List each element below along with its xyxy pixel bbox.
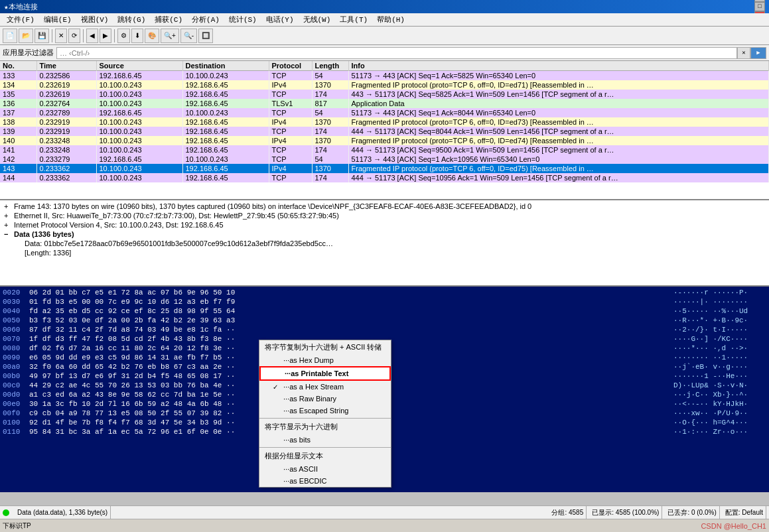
hex-addr: 0090 (3, 353, 27, 362)
detail-line[interactable]: [Length: 1336] (1, 248, 768, 257)
menu-capture[interactable]: 捕获(C) (151, 14, 186, 25)
window-title: ★本地连接 (4, 2, 38, 12)
hex-row[interactable]: 002006 2d 01 bb c7 e5 e1 72 8a ac 07 b6 … (3, 288, 766, 297)
packet-table: No. Time Source Destination Protocol Len… (0, 61, 769, 182)
ctx-as-bits[interactable]: ···as bits (259, 434, 391, 446)
table-row[interactable]: 1430.23336210.100.0.243192.168.6.45IPv41… (0, 164, 769, 173)
table-row[interactable]: 1340.23261910.100.0.243192.168.6.45IPv41… (0, 80, 769, 90)
toolbar-normal[interactable]: 🔲 (198, 29, 213, 43)
toolbar-open[interactable]: 📂 (19, 29, 33, 43)
ctx-as-ebcdic[interactable]: ···as EBCDIC (259, 475, 391, 487)
toolbar-close[interactable]: ✕ (55, 29, 67, 43)
detail-line[interactable]: − Data (1336 bytes) (1, 230, 768, 239)
maximize-button[interactable]: □ (754, 2, 765, 11)
menu-edit[interactable]: 编辑(E) (40, 14, 76, 25)
menu-file[interactable]: 文件(F) (3, 14, 38, 25)
filter-apply-button[interactable]: ▶ (750, 47, 766, 59)
menu-wireless[interactable]: 无线(W) (299, 14, 335, 25)
toolbar-sep-1 (52, 29, 52, 42)
hex-addr: 00d0 (3, 390, 27, 399)
ctx-escaped-string[interactable]: ···as Escaped String (259, 405, 391, 417)
ctx-hex-stream[interactable]: ✓ ···as a Hex Stream (259, 381, 391, 393)
table-row[interactable]: 1440.23336210.100.0.243192.168.6.45TCP17… (0, 173, 769, 182)
table-row[interactable]: 1410.23324810.100.0.243192.168.6.45TCP17… (0, 145, 769, 155)
filter-input[interactable] (56, 47, 737, 59)
status-bar: Data (data.data), 1,336 byte(s) 分组: 4585… (0, 505, 769, 519)
hex-addr: 0060 (3, 325, 27, 334)
hex-addr: 0030 (3, 297, 27, 306)
table-row[interactable]: 1390.23291910.100.0.243192.168.6.45TCP17… (0, 127, 769, 136)
hex-addr: 0080 (3, 344, 27, 353)
table-row[interactable]: 1370.232789192.168.6.4510.100.0.243TCP54… (0, 108, 769, 117)
table-row[interactable]: 1380.23291910.100.0.243192.168.6.45IPv41… (0, 117, 769, 127)
toolbar-zoom-out[interactable]: 🔍- (180, 29, 197, 43)
ctx-printable-text[interactable]: ···as Printable Text (259, 366, 391, 381)
hex-ascii: ··O·{··· h=G^4··· (673, 418, 766, 427)
detail-line[interactable]: + Ethernet II, Src: HuaweiTe_b7:73:00 (7… (1, 211, 768, 220)
packet-list[interactable]: No. Time Source Destination Protocol Len… (0, 61, 769, 200)
table-row[interactable]: 1400.23324810.100.0.243192.168.6.45IPv41… (0, 136, 769, 145)
toolbar-autoscroll[interactable]: ⬇ (131, 29, 143, 43)
packet-detail[interactable]: + Frame 143: 1370 bytes on wire (10960 b… (0, 200, 769, 287)
menu-go[interactable]: 跳转(G) (113, 14, 149, 25)
status-bar-bottom: 下标识TP CSDN @Hello_CH1 (0, 519, 769, 532)
menu-phone[interactable]: 电话(Y) (262, 14, 298, 25)
ctx-group-label-2: 将字节显示为十六进制 (259, 420, 391, 434)
table-row[interactable]: 1330.232586192.168.6.4510.100.0.243TCP54… (0, 71, 769, 81)
hex-addr: 0050 (3, 316, 27, 325)
detail-line[interactable]: + Internet Protocol Version 4, Src: 10.1… (1, 220, 768, 230)
menu-view[interactable]: 视图(V) (77, 14, 113, 25)
status-profile: 配置: Default (723, 506, 766, 519)
col-info: Info (348, 61, 769, 71)
toolbar-zoom-in[interactable]: 🔍+ (161, 29, 179, 43)
menu-help[interactable]: 帮助(H) (373, 14, 409, 25)
col-no: No. (0, 61, 36, 71)
toolbar-filter[interactable]: ⚙ (117, 29, 130, 43)
toolbar-new[interactable]: 📄 (3, 29, 17, 43)
toolbar-colorize[interactable]: 🎨 (145, 29, 159, 43)
title-bar: ★本地连接 _ □ ✕ (0, 0, 769, 13)
ctx-hex-dump[interactable]: ···as Hex Dump (259, 354, 391, 366)
col-dest: Destination (182, 61, 269, 71)
hex-row[interactable]: 0040fd a2 35 eb d5 cc 92 ce ef 8c 25 d8 … (3, 306, 766, 316)
detail-line[interactable]: + Frame 143: 1370 bytes on wire (10960 b… (1, 202, 768, 211)
hex-ascii: ···j·C·· Xb·}··^· (673, 390, 766, 399)
table-row[interactable]: 1350.23261910.100.0.243192.168.6.45TCP17… (0, 90, 769, 99)
hex-row[interactable]: 006087 df 32 11 c4 2f 7d a8 74 03 49 be … (3, 325, 766, 334)
toolbar-reload[interactable]: ⟳ (68, 29, 80, 43)
ctx-raw-binary[interactable]: ···as Raw Binary (259, 393, 391, 405)
hex-addr: 00e0 (3, 399, 27, 409)
table-row[interactable]: 1360.23276410.100.0.243192.168.6.45TLSv1… (0, 99, 769, 108)
hex-bytes: b3 f3 52 03 0e df 2a 00 2b fa 42 b2 2e 3… (29, 316, 671, 325)
toolbar-fwd[interactable]: ▶ (100, 29, 111, 43)
table-row[interactable]: 1420.233279192.168.6.4510.100.0.243TCP54… (0, 155, 769, 164)
toolbar-save[interactable]: 💾 (35, 29, 49, 43)
hex-ascii: ··<··-·· kY·HJkH· (673, 399, 766, 409)
filter-label: 应用显示过滤器 (3, 48, 54, 58)
hex-row[interactable]: 0050b3 f3 52 03 0e df 2a 00 2b fa 42 b2 … (3, 316, 766, 325)
hex-context-wrapper: 002006 2d 01 bb c7 e5 e1 72 8a ac 07 b6 … (0, 287, 769, 532)
main-container: 文件(F) 编辑(E) 视图(V) 跳转(G) 捕获(C) 分析(A) 统计(S… (0, 13, 769, 532)
col-time: Time (36, 61, 96, 71)
hex-row[interactable]: 003001 fd b3 e5 00 00 7c e9 9c 10 d6 12 … (3, 297, 766, 306)
watermark: CSDN @Hello_CH1 (701, 522, 766, 530)
ctx-as-ascii[interactable]: ···as ASCII (259, 463, 391, 475)
menu-analyze[interactable]: 分析(A) (188, 14, 224, 25)
menu-stats[interactable]: 统计(S) (225, 14, 261, 25)
hex-addr: 0100 (3, 418, 27, 427)
detail-line[interactable]: Data: 01bbc7e5e1728aac07b69e96501001fdb3… (1, 239, 768, 248)
status-displayed: 已显示: 4585 (100.0%) (589, 506, 662, 519)
ctx-sep-1 (259, 418, 391, 419)
hex-addr: 0040 (3, 306, 27, 316)
context-menu: 将字节复制为十六进制 + ASCII 转储 ···as Hex Dump ···… (259, 340, 391, 488)
packet-tbody: 1330.232586192.168.6.4510.100.0.243TCP54… (0, 71, 769, 183)
hex-addr: 00a0 (3, 362, 27, 371)
filter-clear-button[interactable]: ✕ (737, 47, 750, 59)
menu-tools[interactable]: 工具(T) (336, 14, 372, 25)
toolbar-back[interactable]: ◀ (86, 29, 98, 43)
ctx-group-label-3: 根据分组显示文本 (259, 449, 391, 463)
hex-ascii: ··2··/}· t·I····· (673, 325, 766, 334)
hex-addr: 00c0 (3, 381, 27, 390)
col-len: Length (312, 61, 348, 71)
hex-addr: 00b0 (3, 371, 27, 381)
